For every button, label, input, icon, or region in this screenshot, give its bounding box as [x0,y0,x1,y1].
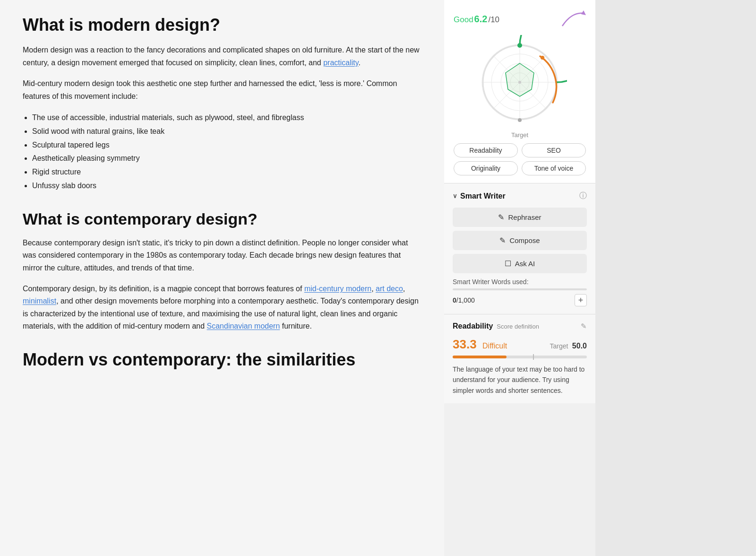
list-item: Rigid structure [32,165,421,179]
list-item: Aesthetically pleasing symmetry [32,152,421,165]
arrow-svg [558,9,586,28]
smart-writer-header: ∨ Smart Writer ⓘ [453,191,587,201]
list-item: The use of accessible, industrial materi… [32,111,421,125]
sidebar: Good 6.2/10 [444,0,595,556]
readability-pill[interactable]: Readability [454,143,518,157]
list-item: Sculptural tapered legs [32,139,421,152]
para-contemporary-2: Contemporary design, by its definition, … [23,283,421,333]
score-good-label: Good 6.2/10 [454,14,499,25]
practicality-link[interactable]: practicality [323,59,358,67]
score-header: Good 6.2/10 [454,9,586,28]
smart-writer-panel: ∨ Smart Writer ⓘ ✎ Rephraser ✎ Compose ☐… [444,183,595,314]
score-label-text: Good [454,15,473,25]
radar-svg [472,35,567,130]
info-icon[interactable]: ⓘ [579,191,587,201]
score-pills: Readability SEO [454,143,586,157]
readability-score-group: 33.3 Difficult [453,337,507,352]
score-denom-text: /10 [488,15,499,25]
heading-contemporary-design: What is contemporary design? [23,210,421,228]
ask-ai-button[interactable]: ☐ Ask AI [453,254,587,273]
heading-modern-design: What is modern design? [23,15,421,35]
readability-title: Readability [453,322,493,330]
seo-pill[interactable]: SEO [522,143,586,157]
words-used-section: Smart Writer Words used: 0/1,000 + [453,278,587,306]
words-used-label: Smart Writer Words used: [453,278,587,286]
list-item: Unfussy slab doors [32,179,421,193]
readability-target-label: Target [550,342,568,350]
para-modern-design-1: Modern design was a reaction to the fanc… [23,44,421,69]
svg-point-15 [518,81,521,84]
readability-target-group: Target 50.0 [550,342,587,350]
readability-bar-fill [453,356,507,358]
readability-bar [453,356,587,358]
para-contemporary-1: Because contemporary design isn't static… [23,237,421,274]
score-value-text: 6.2 [474,14,488,25]
rephraser-icon: ✎ [498,213,504,222]
minimalist-link[interactable]: minimalist [23,297,56,305]
scandinavian-modern-link[interactable]: Scandinavian modern [207,322,280,330]
art-deco-link[interactable]: art deco [376,285,403,293]
readability-target-value: 50.0 [572,342,587,350]
list-item: Solid wood with natural grains, like tea… [32,125,421,139]
smart-writer-title: ∨ Smart Writer [453,192,506,200]
readability-score-value: 33.3 [453,337,477,351]
words-progress-bar [453,288,587,290]
circular-chart [454,35,586,130]
compose-icon: ✎ [499,236,506,245]
ask-ai-icon: ☐ [505,259,511,268]
readability-header: Readability Score definition ✎ [453,322,587,330]
words-count-text: 0/1,000 [453,296,475,304]
chart-target-label: Target [454,131,586,139]
readability-score-row: 33.3 Difficult Target 50.0 [453,337,587,352]
para-modern-design-2: Mid-century modern design took this aest… [23,78,421,103]
score-definition-link[interactable]: Score definition [497,323,539,330]
svg-point-10 [517,43,522,48]
readability-difficulty: Difficult [482,342,507,350]
mid-century-modern-link[interactable]: mid-century modern [304,285,371,293]
rephraser-button[interactable]: ✎ Rephraser [453,208,587,227]
score-pills-row2: Originality Tone of voice [454,161,586,175]
originality-pill[interactable]: Originality [454,161,518,175]
modern-design-list: The use of accessible, industrial materi… [23,111,421,193]
heading-similarities: Modern vs contemporary: the similarities [23,350,421,369]
svg-marker-14 [506,63,534,96]
readability-panel: Readability Score definition ✎ 33.3 Diff… [444,314,595,403]
readability-description: The language of your text may be too har… [453,364,587,396]
arrow-indicator [558,9,586,28]
edit-icon[interactable]: ✎ [581,322,587,330]
words-add-button[interactable]: + [575,294,587,306]
svg-point-13 [541,56,544,60]
score-panel: Good 6.2/10 [444,0,595,183]
content-area: What is modern design? Modern design was… [0,0,444,556]
readability-bar-marker [533,354,534,360]
words-count-row: 0/1,000 + [453,294,587,306]
svg-point-12 [518,118,522,122]
tone-pill[interactable]: Tone of voice [522,161,586,175]
compose-button[interactable]: ✎ Compose [453,231,587,250]
chevron-down-icon[interactable]: ∨ [453,192,457,200]
